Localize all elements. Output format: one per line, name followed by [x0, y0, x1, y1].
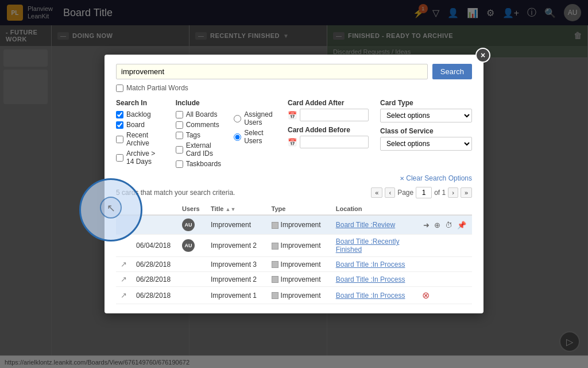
- type-color: [272, 292, 278, 299]
- search-button[interactable]: Search: [432, 64, 472, 79]
- page-input[interactable]: [416, 187, 432, 198]
- row-icon-cell: ↗: [116, 272, 131, 287]
- table-header-row: Users Title ▲▼ Type Location: [116, 203, 472, 215]
- close-button[interactable]: ×: [475, 48, 490, 63]
- filter-all-boards: All Boards: [176, 110, 223, 118]
- modal-overlay: × Search Match Partial Words Search In B…: [0, 0, 588, 368]
- card-added-after-label: Card Added After: [288, 99, 369, 107]
- results-table: Users Title ▲▼ Type Location AU: [116, 203, 472, 304]
- first-page-btn[interactable]: «: [371, 187, 382, 198]
- calendar-after-icon[interactable]: 📅: [288, 111, 297, 120]
- copy-action-btn[interactable]: ⊕: [433, 220, 442, 231]
- filter-external-card-ids: External Card IDs: [176, 141, 223, 158]
- row-date-cell: 06/04/2018: [131, 235, 177, 257]
- row-title-cell[interactable]: Improvement 2: [206, 272, 267, 287]
- user-avatar-chip: AU: [182, 239, 195, 252]
- filter-comments: Comments: [176, 121, 223, 129]
- prev-page-btn[interactable]: ‹: [385, 187, 395, 198]
- comments-checkbox[interactable]: [176, 121, 183, 129]
- all-boards-checkbox[interactable]: [176, 111, 183, 118]
- row-user-cell: AU: [177, 235, 206, 257]
- search-in-filter: Search In Backlog Board Recent Archive: [116, 99, 164, 168]
- recent-archive-checkbox[interactable]: [116, 136, 123, 143]
- location-link[interactable]: Board Title :Review: [336, 221, 395, 229]
- col-actions-header: [417, 203, 472, 215]
- page-label: Page: [397, 189, 413, 197]
- backlog-checkbox[interactable]: [116, 111, 123, 118]
- row-action-cell: [417, 272, 472, 287]
- col-location-header: Location: [331, 203, 417, 215]
- col-type-header: Type: [267, 203, 331, 215]
- row-icon-cell: ↗: [116, 257, 131, 272]
- board-checkbox[interactable]: [116, 121, 123, 129]
- type-color: [272, 243, 278, 250]
- row-user-cell: AU: [177, 215, 206, 235]
- move-action-btn[interactable]: ➜: [422, 220, 431, 231]
- external-card-ids-checkbox[interactable]: [176, 146, 183, 154]
- row-location-cell: Board Title :In Process: [331, 257, 417, 272]
- tags-checkbox[interactable]: [176, 132, 183, 139]
- filter-assigned-users: Assigned Users: [234, 110, 276, 126]
- taskboards-checkbox[interactable]: [176, 160, 183, 168]
- card-added-before-input[interactable]: [300, 136, 369, 148]
- pin-action-btn[interactable]: 📌: [456, 220, 467, 231]
- results-table-body: AU Improvement Improvement Board Title :…: [116, 215, 472, 304]
- card-type-label: Card Type: [380, 99, 472, 107]
- search-modal: × Search Match Partial Words Search In B…: [105, 55, 483, 313]
- type-class-filters: Card Type Select options Class of Servic…: [380, 99, 472, 168]
- class-of-service-group: Class of Service Select options: [380, 127, 472, 151]
- archive14-checkbox[interactable]: [116, 154, 123, 162]
- table-header: Users Title ▲▼ Type Location: [116, 203, 472, 215]
- col-title-header[interactable]: Title ▲▼: [206, 203, 267, 215]
- row-location-cell: Board Title :RecentlyFinished: [331, 235, 417, 257]
- row-action-cell: ⊗: [417, 287, 472, 304]
- match-partial-checkbox[interactable]: [116, 85, 123, 92]
- card-added-after-input[interactable]: [300, 109, 369, 121]
- row-location-cell: Board Title :Review: [331, 215, 417, 235]
- calendar-before-icon[interactable]: 📅: [288, 138, 297, 147]
- table-row: ↗ 06/28/2018 Improvement 3 Improvement B…: [116, 257, 472, 272]
- filter-board: Board: [116, 121, 164, 129]
- of-label: of 1: [434, 189, 446, 197]
- select-users-radio[interactable]: [234, 133, 241, 141]
- last-page-btn[interactable]: »: [461, 187, 472, 198]
- card-added-before-group: Card Added Before 📅: [288, 126, 369, 148]
- row-title-cell[interactable]: Improvement 2: [206, 235, 267, 257]
- row-title-cell[interactable]: Improvement 1: [206, 287, 267, 304]
- next-page-btn[interactable]: ›: [448, 187, 458, 198]
- assigned-users-radio[interactable]: [234, 115, 241, 122]
- row-location-cell: Board Title :In Process: [331, 272, 417, 287]
- table-row: AU Improvement Improvement Board Title :…: [116, 215, 472, 235]
- search-input[interactable]: [116, 64, 428, 79]
- row-type-cell: Improvement: [267, 257, 331, 272]
- row-location-cell: Board Title :In Process: [331, 287, 417, 304]
- row-date-cell: 06/28/2018: [131, 257, 177, 272]
- location-link[interactable]: Board Title :RecentlyFinished: [336, 237, 400, 254]
- row-title-cell[interactable]: Improvement 3: [206, 257, 267, 272]
- row-user-cell: [177, 257, 206, 272]
- filter-select-users: Select Users: [234, 129, 276, 145]
- filter-tags: Tags: [176, 131, 223, 139]
- filter-archive14: Archive > 14 Days: [116, 150, 164, 166]
- match-partial-row: Match Partial Words: [116, 84, 472, 92]
- search-row: Search: [116, 64, 472, 79]
- location-link[interactable]: Board Title :In Process: [336, 260, 405, 269]
- row-title-cell[interactable]: Improvement: [206, 215, 267, 235]
- right-filters: Card Added After 📅 Card Added Before 📅: [288, 99, 472, 168]
- row-date-cell: [131, 215, 177, 235]
- delete-button[interactable]: ⊗: [422, 290, 430, 301]
- card-type-select[interactable]: Select options: [380, 109, 472, 122]
- share-icon: ↗: [121, 275, 127, 283]
- row-user-cell: [177, 287, 206, 304]
- clock-action-btn[interactable]: ⏱: [444, 220, 454, 231]
- row-icon-cell: ↗: [116, 287, 131, 304]
- filter-recent-archive: Recent Archive: [116, 131, 164, 147]
- clear-search-link[interactable]: Clear Search Options: [400, 174, 472, 182]
- row-type-cell: Improvement: [267, 287, 331, 304]
- type-color: [272, 222, 278, 229]
- class-of-service-select[interactable]: Select options: [380, 137, 472, 151]
- location-link[interactable]: Board Title :In Process: [336, 275, 405, 283]
- clear-row: Clear Search Options: [116, 174, 472, 182]
- location-link[interactable]: Board Title :In Process: [336, 292, 405, 300]
- share-icon: ↗: [121, 260, 127, 269]
